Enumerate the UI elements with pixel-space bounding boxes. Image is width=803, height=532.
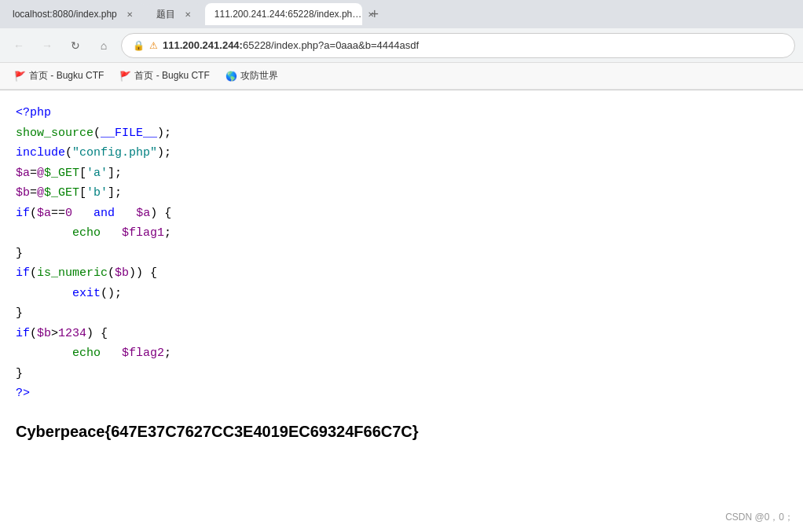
bookmark-3-label: 攻防世界 [240,69,278,83]
bookmark-3[interactable]: 🌎 攻防世界 [219,66,284,86]
tab-3[interactable]: 111.200.241.244:65228/index.ph… ✕ [205,3,362,25]
code-get-b: $_GET [44,186,79,200]
code-line-8: } [16,244,787,264]
flag-value: Cyberpeace{647E37C7627CC3E4019EC69324F66… [16,423,419,440]
warning-icon: ⚠ [149,40,158,51]
code-line-1: <?php [16,103,787,123]
code-and: and [94,207,115,220]
tab-1-label: localhost:8080/index.php [13,9,117,20]
tab-2-label: 题目 [156,8,175,21]
code-var-b2: $b [115,266,129,280]
new-tab-button[interactable]: + [364,3,386,25]
code-config-string: "config.php" [72,146,157,160]
tab-1[interactable]: localhost:8080/index.php ✕ [3,3,145,25]
code-paren-1: ( [94,127,101,140]
code-line-12: if($b>1234) { [16,324,787,344]
code-flag2: $flag2 [122,347,164,360]
code-echo-1: echo [72,226,101,240]
code-var-a: $a [16,167,30,180]
bookmark-1[interactable]: 🚩 首页 - Bugku CTF [8,66,110,86]
code-1234: 1234 [58,327,86,340]
bookmark-2[interactable]: 🚩 首页 - Bugku CTF [113,66,215,86]
bookmark-1-label: 首页 - Bugku CTF [29,69,104,83]
tab-2[interactable]: 题目 ✕ [147,3,204,25]
code-block: <?php show_source(__FILE__); include("co… [16,103,787,404]
browser-chrome: localhost:8080/index.php ✕ 题目 ✕ 111.200.… [0,0,803,90]
csdn-watermark: CSDN @0，0； [725,511,794,515]
refresh-button[interactable]: ↻ [64,35,86,57]
address-bar: ← → ↻ ⌂ 🔒 ⚠ 111.200.241.244:65228/index.… [0,28,803,63]
code-line-6: if($a==0 and $a) { [16,204,787,224]
code-line-7: echo $flag1; [16,223,787,244]
code-line-13: echo $flag2; [16,343,787,364]
code-line-4: $a=@$_GET['a']; [16,163,787,184]
code-show-source: show_source [16,127,94,140]
php-close-tag: ?> [16,387,30,400]
tab-2-close[interactable]: ✕ [182,8,194,20]
code-is-numeric: is_numeric [37,266,108,280]
code-suppress-a: @ [37,167,44,180]
code-suppress-b: @ [37,186,44,200]
bookmarks-bar: 🚩 首页 - Bugku CTF 🚩 首页 - Bugku CTF 🌎 攻防世界 [0,63,803,90]
code-flag1: $flag1 [122,226,164,240]
code-key-b: 'b' [86,186,108,200]
code-line-10: exit(); [16,284,787,304]
security-icon: 🔒 [133,40,145,51]
code-exit: exit [72,287,101,300]
bookmark-2-icon: 🚩 [119,71,131,82]
code-if-2: if [16,266,30,280]
code-var-b: $b [16,186,30,200]
watermark-text: CSDN @0，0； [725,512,794,515]
code-include: include [16,146,65,160]
code-line-5: $b=@$_GET['b']; [16,183,787,204]
code-var-b3: $b [37,327,51,340]
code-line-3: include("config.php"); [16,143,787,163]
code-get-a: $_GET [44,167,79,180]
code-eq: == [51,207,65,220]
back-button[interactable]: ← [8,35,30,57]
code-if-1: if [16,207,30,220]
url-bar[interactable]: 🔒 ⚠ 111.200.241.244:65228/index.php?a=0a… [121,33,795,58]
code-paren-2: ) [157,127,164,140]
tab-bar: localhost:8080/index.php ✕ 题目 ✕ 111.200.… [0,0,803,28]
tab-1-close[interactable]: ✕ [123,8,136,20]
code-va-a3: $a [136,207,150,220]
tab-3-label: 111.200.241.244:65228/index.ph… [214,9,362,20]
code-if-3: if [16,327,30,340]
forward-button[interactable]: → [36,35,58,57]
bookmark-2-label: 首页 - Bugku CTF [134,69,209,83]
code-file-const: __FILE__ [101,127,157,140]
code-line-11: } [16,303,787,324]
code-line-9: if(is_numeric($b)) { [16,263,787,284]
code-zero: 0 [65,207,72,220]
code-line-2: show_source(__FILE__); [16,123,787,144]
code-line-14: } [16,364,787,384]
php-open-tag: <?php [16,106,51,119]
home-button[interactable]: ⌂ [93,35,115,57]
bookmark-1-icon: 🚩 [14,71,26,82]
page-content: <?php show_source(__FILE__); include("co… [0,90,803,515]
url-path: 65228/index.php?a=0aaa&b=4444asdf [243,39,419,51]
url-host: 111.200.241.244: [163,39,243,51]
bookmark-3-icon: 🌎 [226,71,237,82]
url-text: 111.200.241.244:65228/index.php?a=0aaa&b… [163,39,783,51]
code-key-a: 'a' [86,167,108,180]
code-line-15: ?> [16,383,787,404]
code-va-a2: $a [37,207,51,220]
flag-output: Cyberpeace{647E37C7627CC3E4019EC69324F66… [16,423,787,441]
code-echo-2: echo [72,347,101,360]
